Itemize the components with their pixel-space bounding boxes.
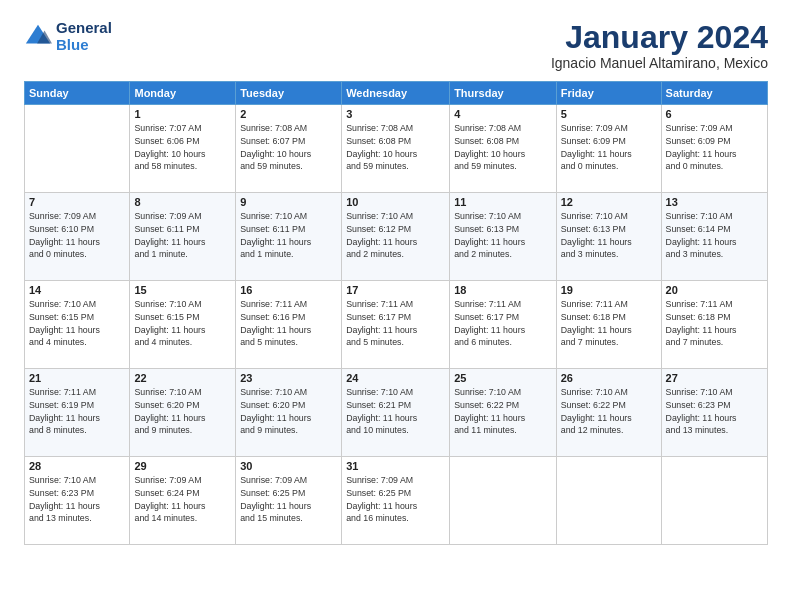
calendar-cell [661, 457, 767, 545]
calendar-cell: 16Sunrise: 7:11 AMSunset: 6:16 PMDayligh… [236, 281, 342, 369]
day-info: Sunrise: 7:10 AMSunset: 6:15 PMDaylight:… [134, 298, 231, 349]
day-info: Sunrise: 7:10 AMSunset: 6:11 PMDaylight:… [240, 210, 337, 261]
calendar-cell: 6Sunrise: 7:09 AMSunset: 6:09 PMDaylight… [661, 105, 767, 193]
week-row-2: 14Sunrise: 7:10 AMSunset: 6:15 PMDayligh… [25, 281, 768, 369]
day-info: Sunrise: 7:10 AMSunset: 6:23 PMDaylight:… [29, 474, 125, 525]
day-number: 19 [561, 284, 657, 296]
header-cell-wednesday: Wednesday [342, 82, 450, 105]
calendar-cell: 8Sunrise: 7:09 AMSunset: 6:11 PMDaylight… [130, 193, 236, 281]
day-info: Sunrise: 7:09 AMSunset: 6:11 PMDaylight:… [134, 210, 231, 261]
day-number: 13 [666, 196, 763, 208]
calendar-cell: 24Sunrise: 7:10 AMSunset: 6:21 PMDayligh… [342, 369, 450, 457]
day-number: 15 [134, 284, 231, 296]
calendar-cell: 27Sunrise: 7:10 AMSunset: 6:23 PMDayligh… [661, 369, 767, 457]
day-info: Sunrise: 7:07 AMSunset: 6:06 PMDaylight:… [134, 122, 231, 173]
day-info: Sunrise: 7:09 AMSunset: 6:10 PMDaylight:… [29, 210, 125, 261]
header-cell-saturday: Saturday [661, 82, 767, 105]
day-number: 4 [454, 108, 552, 120]
calendar-cell: 9Sunrise: 7:10 AMSunset: 6:11 PMDaylight… [236, 193, 342, 281]
day-number: 20 [666, 284, 763, 296]
day-number: 11 [454, 196, 552, 208]
day-info: Sunrise: 7:11 AMSunset: 6:19 PMDaylight:… [29, 386, 125, 437]
day-info: Sunrise: 7:11 AMSunset: 6:16 PMDaylight:… [240, 298, 337, 349]
day-info: Sunrise: 7:11 AMSunset: 6:17 PMDaylight:… [454, 298, 552, 349]
week-row-0: 1Sunrise: 7:07 AMSunset: 6:06 PMDaylight… [25, 105, 768, 193]
day-number: 26 [561, 372, 657, 384]
calendar-cell: 5Sunrise: 7:09 AMSunset: 6:09 PMDaylight… [556, 105, 661, 193]
calendar-cell: 23Sunrise: 7:10 AMSunset: 6:20 PMDayligh… [236, 369, 342, 457]
day-info: Sunrise: 7:10 AMSunset: 6:23 PMDaylight:… [666, 386, 763, 437]
calendar-cell: 7Sunrise: 7:09 AMSunset: 6:10 PMDaylight… [25, 193, 130, 281]
title-section: January 2024 Ignacio Manuel Altamirano, … [551, 20, 768, 71]
header: General Blue January 2024 Ignacio Manuel… [24, 20, 768, 71]
day-number: 21 [29, 372, 125, 384]
calendar-cell: 25Sunrise: 7:10 AMSunset: 6:22 PMDayligh… [450, 369, 557, 457]
day-number: 29 [134, 460, 231, 472]
calendar-cell: 1Sunrise: 7:07 AMSunset: 6:06 PMDaylight… [130, 105, 236, 193]
calendar-cell [450, 457, 557, 545]
main-title: January 2024 [551, 20, 768, 55]
day-number: 8 [134, 196, 231, 208]
week-row-1: 7Sunrise: 7:09 AMSunset: 6:10 PMDaylight… [25, 193, 768, 281]
calendar-cell: 28Sunrise: 7:10 AMSunset: 6:23 PMDayligh… [25, 457, 130, 545]
calendar-table: SundayMondayTuesdayWednesdayThursdayFrid… [24, 81, 768, 545]
header-cell-tuesday: Tuesday [236, 82, 342, 105]
day-info: Sunrise: 7:10 AMSunset: 6:22 PMDaylight:… [454, 386, 552, 437]
day-info: Sunrise: 7:09 AMSunset: 6:25 PMDaylight:… [346, 474, 445, 525]
day-number: 1 [134, 108, 231, 120]
calendar-body: 1Sunrise: 7:07 AMSunset: 6:06 PMDaylight… [25, 105, 768, 545]
day-number: 3 [346, 108, 445, 120]
day-number: 22 [134, 372, 231, 384]
logo: General Blue [24, 20, 112, 53]
day-number: 17 [346, 284, 445, 296]
day-number: 10 [346, 196, 445, 208]
subtitle: Ignacio Manuel Altamirano, Mexico [551, 55, 768, 71]
calendar-cell: 18Sunrise: 7:11 AMSunset: 6:17 PMDayligh… [450, 281, 557, 369]
day-number: 24 [346, 372, 445, 384]
calendar-cell: 3Sunrise: 7:08 AMSunset: 6:08 PMDaylight… [342, 105, 450, 193]
calendar-cell: 11Sunrise: 7:10 AMSunset: 6:13 PMDayligh… [450, 193, 557, 281]
day-info: Sunrise: 7:10 AMSunset: 6:22 PMDaylight:… [561, 386, 657, 437]
calendar-cell: 20Sunrise: 7:11 AMSunset: 6:18 PMDayligh… [661, 281, 767, 369]
day-info: Sunrise: 7:09 AMSunset: 6:09 PMDaylight:… [666, 122, 763, 173]
day-number: 14 [29, 284, 125, 296]
calendar-cell: 4Sunrise: 7:08 AMSunset: 6:08 PMDaylight… [450, 105, 557, 193]
calendar-cell: 14Sunrise: 7:10 AMSunset: 6:15 PMDayligh… [25, 281, 130, 369]
day-info: Sunrise: 7:10 AMSunset: 6:14 PMDaylight:… [666, 210, 763, 261]
day-info: Sunrise: 7:09 AMSunset: 6:25 PMDaylight:… [240, 474, 337, 525]
day-number: 25 [454, 372, 552, 384]
week-row-4: 28Sunrise: 7:10 AMSunset: 6:23 PMDayligh… [25, 457, 768, 545]
day-number: 30 [240, 460, 337, 472]
calendar-cell: 2Sunrise: 7:08 AMSunset: 6:07 PMDaylight… [236, 105, 342, 193]
calendar-cell: 19Sunrise: 7:11 AMSunset: 6:18 PMDayligh… [556, 281, 661, 369]
day-info: Sunrise: 7:10 AMSunset: 6:20 PMDaylight:… [134, 386, 231, 437]
logo-icon [24, 23, 52, 51]
day-info: Sunrise: 7:10 AMSunset: 6:15 PMDaylight:… [29, 298, 125, 349]
day-number: 12 [561, 196, 657, 208]
day-number: 6 [666, 108, 763, 120]
week-row-3: 21Sunrise: 7:11 AMSunset: 6:19 PMDayligh… [25, 369, 768, 457]
day-info: Sunrise: 7:08 AMSunset: 6:08 PMDaylight:… [454, 122, 552, 173]
day-info: Sunrise: 7:09 AMSunset: 6:09 PMDaylight:… [561, 122, 657, 173]
day-info: Sunrise: 7:10 AMSunset: 6:12 PMDaylight:… [346, 210, 445, 261]
calendar-cell [25, 105, 130, 193]
calendar-cell: 12Sunrise: 7:10 AMSunset: 6:13 PMDayligh… [556, 193, 661, 281]
calendar-cell: 30Sunrise: 7:09 AMSunset: 6:25 PMDayligh… [236, 457, 342, 545]
day-info: Sunrise: 7:10 AMSunset: 6:13 PMDaylight:… [454, 210, 552, 261]
day-number: 27 [666, 372, 763, 384]
header-cell-friday: Friday [556, 82, 661, 105]
day-info: Sunrise: 7:09 AMSunset: 6:24 PMDaylight:… [134, 474, 231, 525]
day-number: 31 [346, 460, 445, 472]
day-info: Sunrise: 7:08 AMSunset: 6:07 PMDaylight:… [240, 122, 337, 173]
header-cell-thursday: Thursday [450, 82, 557, 105]
day-number: 23 [240, 372, 337, 384]
header-row: SundayMondayTuesdayWednesdayThursdayFrid… [25, 82, 768, 105]
header-cell-sunday: Sunday [25, 82, 130, 105]
calendar-cell: 22Sunrise: 7:10 AMSunset: 6:20 PMDayligh… [130, 369, 236, 457]
day-info: Sunrise: 7:10 AMSunset: 6:13 PMDaylight:… [561, 210, 657, 261]
logo-blue: Blue [56, 37, 112, 54]
header-cell-monday: Monday [130, 82, 236, 105]
calendar-cell: 10Sunrise: 7:10 AMSunset: 6:12 PMDayligh… [342, 193, 450, 281]
calendar-header: SundayMondayTuesdayWednesdayThursdayFrid… [25, 82, 768, 105]
calendar-cell: 29Sunrise: 7:09 AMSunset: 6:24 PMDayligh… [130, 457, 236, 545]
